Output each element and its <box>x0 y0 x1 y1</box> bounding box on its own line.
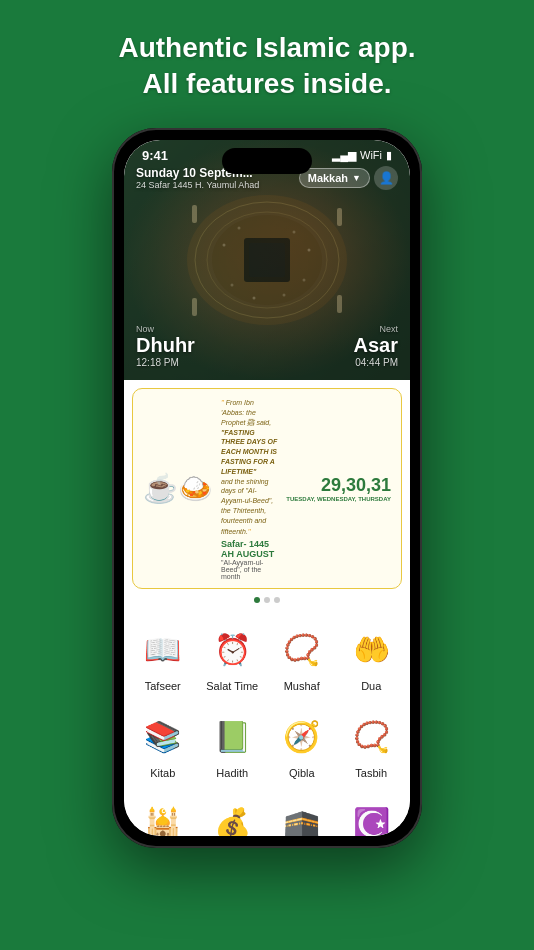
fasting-days: 29,30,31 TUESDAY, WEDNESDAY, THURSDAY <box>286 475 391 502</box>
svg-point-10 <box>308 248 311 251</box>
tafseer-label: Tafseer <box>145 680 181 692</box>
next-prayer-time: 04:44 PM <box>354 357 398 368</box>
next-prayer-name: Asar <box>354 334 398 357</box>
dropdown-arrow-icon: ▼ <box>352 173 361 183</box>
salat-time-icon: ⏰ <box>207 625 257 675</box>
dua-icon: 🤲 <box>346 625 396 675</box>
menu-item-live[interactable]: 🕋Live <box>267 789 337 836</box>
feature-grid: 📖Tafseer⏰Salat Time📿Mushaf🤲Dua📚Kitab📗Had… <box>124 607 410 836</box>
hero-section: 9:41 ▂▄▆ WiFi ▮ Sunday 10 Septem... 24 S… <box>124 140 410 380</box>
profile-button[interactable]: 👤 <box>374 166 398 190</box>
tasbih-icon: 📿 <box>346 712 396 762</box>
content-area: ☕🍛 " From Ibn 'Abbas: the Prophet ﷺ said… <box>124 380 410 836</box>
current-prayer: Now Dhuhr 12:18 PM <box>136 324 195 368</box>
status-time: 9:41 <box>142 148 168 163</box>
tagline-text: Authentic Islamic app. All features insi… <box>20 30 514 103</box>
phone-screen: 9:41 ▂▄▆ WiFi ▮ Sunday 10 Septem... 24 S… <box>124 140 410 836</box>
tafseer-icon: 📖 <box>138 625 188 675</box>
dot-2[interactable] <box>264 597 270 603</box>
current-prayer-label: Now <box>136 324 195 334</box>
next-prayer: Next Asar 04:44 PM <box>354 324 398 368</box>
menu-item-kitab[interactable]: 📚Kitab <box>128 702 198 789</box>
dot-1[interactable] <box>254 597 260 603</box>
fasting-banner[interactable]: ☕🍛 " From Ibn 'Abbas: the Prophet ﷺ said… <box>132 388 402 589</box>
qibla-icon: 🧭 <box>277 712 327 762</box>
fasting-sub-label: "Al-Ayyam-ul-Beed", of the month <box>221 559 278 580</box>
prayer-times: Now Dhuhr 12:18 PM Next Asar 04:44 PM <box>136 324 398 368</box>
banner-pagination <box>124 597 410 603</box>
svg-point-9 <box>293 230 296 233</box>
kitab-icon: 📚 <box>138 712 188 762</box>
menu-item-salat-time[interactable]: ⏰Salat Time <box>198 615 268 702</box>
svg-point-8 <box>238 226 241 229</box>
fasting-text: " From Ibn 'Abbas: the Prophet ﷺ said, "… <box>221 397 278 580</box>
menu-item-tafseer[interactable]: 📖Tafseer <box>128 615 198 702</box>
battery-icon: ▮ <box>386 149 392 162</box>
fasting-safar-date: Safar- 1445 AH AUGUST <box>221 539 278 559</box>
menu-item-tasbih[interactable]: 📿Tasbih <box>337 702 407 789</box>
fasting-day-numbers: 29,30,31 <box>286 475 391 496</box>
hijri-date: 24 Safar 1445 H. Yaumul Ahad <box>136 180 259 190</box>
profile-icon: 👤 <box>379 171 394 185</box>
kitab-label: Kitab <box>150 767 175 779</box>
svg-rect-16 <box>337 208 342 226</box>
svg-rect-4 <box>249 243 285 277</box>
qibla-label: Qibla <box>289 767 315 779</box>
zakat-icon: 💰 <box>207 799 257 836</box>
allah-names-icon: ☪️ <box>346 799 396 836</box>
wifi-icon: WiFi <box>360 149 382 161</box>
svg-rect-17 <box>192 298 197 316</box>
svg-point-13 <box>253 296 256 299</box>
menu-item-dua[interactable]: 🤲Dua <box>337 615 407 702</box>
live-icon: 🕋 <box>277 799 327 836</box>
svg-point-14 <box>231 283 234 286</box>
menu-item-zakat[interactable]: 💰Zakat <box>198 789 268 836</box>
svg-rect-18 <box>337 295 342 313</box>
dot-3[interactable] <box>274 597 280 603</box>
fasting-days-label: TUESDAY, WEDNESDAY, THURSDAY <box>286 496 391 502</box>
hadith-icon: 📗 <box>207 712 257 762</box>
dynamic-island <box>222 148 312 174</box>
menu-item-hadith[interactable]: 📗Hadith <box>198 702 268 789</box>
current-prayer-time: 12:18 PM <box>136 357 195 368</box>
phone-frame: 9:41 ▂▄▆ WiFi ▮ Sunday 10 Septem... 24 S… <box>112 128 422 848</box>
menu-item-allah-names[interactable]: ☪️Allah Names <box>337 789 407 836</box>
location-name: Makkah <box>308 172 348 184</box>
next-prayer-label: Next <box>354 324 398 334</box>
svg-point-11 <box>303 278 306 281</box>
salat-time-label: Salat Time <box>206 680 258 692</box>
svg-point-12 <box>283 293 286 296</box>
menu-item-mushaf[interactable]: 📿Mushaf <box>267 615 337 702</box>
phone-mockup: 9:41 ▂▄▆ WiFi ▮ Sunday 10 Septem... 24 S… <box>0 128 534 848</box>
dua-label: Dua <box>361 680 381 692</box>
hadith-label: Hadith <box>216 767 248 779</box>
menu-item-qibla[interactable]: 🧭Qibla <box>267 702 337 789</box>
app-tagline: Authentic Islamic app. All features insi… <box>0 0 534 123</box>
menu-item-mosque[interactable]: 🕌Mosque <box>128 789 198 836</box>
mushaf-label: Mushaf <box>284 680 320 692</box>
mushaf-icon: 📿 <box>277 625 327 675</box>
fasting-icon: ☕🍛 <box>143 472 213 505</box>
svg-point-7 <box>223 243 226 246</box>
location-selector[interactable]: Makkah ▼ <box>299 168 370 188</box>
tasbih-label: Tasbih <box>355 767 387 779</box>
svg-rect-15 <box>192 205 197 223</box>
mosque-icon: 🕌 <box>138 799 188 836</box>
status-icons: ▂▄▆ WiFi ▮ <box>332 149 392 162</box>
fasting-quote: " From Ibn 'Abbas: the Prophet ﷺ said, "… <box>221 397 278 537</box>
signal-icon: ▂▄▆ <box>332 149 356 162</box>
current-prayer-name: Dhuhr <box>136 334 195 357</box>
